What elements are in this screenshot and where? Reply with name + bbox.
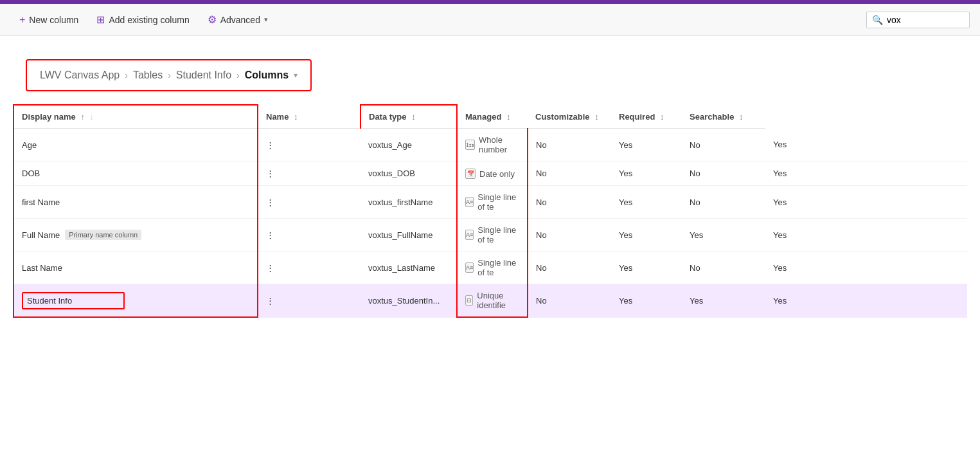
col-header-display-name[interactable]: Display name ↑ ↓ — [13, 105, 258, 129]
primary-name-badge: Primary name column — [65, 230, 141, 240]
data-type-text: Date only — [479, 169, 515, 179]
table-body: Age⋮voxtus_Age1₂₃Whole numberNoYesNoYesD… — [13, 129, 967, 318]
searchable-cell: Yes — [765, 186, 967, 219]
data-type-cell: A≡Single line of te — [457, 252, 528, 284]
col-header-managed[interactable]: Managed ↕ — [457, 105, 528, 129]
sliders-icon: ⚙ — [208, 14, 217, 26]
managed-cell: No — [528, 161, 611, 186]
datatype-sort-icon: ↕ — [411, 112, 416, 122]
student-info-box: Student Info — [22, 292, 125, 309]
col-header-customizable[interactable]: Customizable ↕ — [528, 105, 611, 129]
data-type-icon: A≡ — [465, 230, 474, 240]
add-existing-label: Add existing column — [109, 15, 189, 25]
data-type-icon: 📅 — [465, 169, 476, 179]
new-column-button[interactable]: + New column — [10, 9, 87, 31]
data-type-text: Single line of te — [477, 192, 519, 212]
required-sort-icon: ↕ — [660, 112, 664, 122]
display-name-text: Full Name — [22, 230, 60, 240]
column-name-cell: voxtus_DOB — [361, 161, 457, 186]
breadcrumb-columns: Columns — [245, 69, 289, 81]
search-input[interactable] — [887, 15, 964, 25]
managed-sort-icon: ↕ — [506, 112, 511, 122]
advanced-button[interactable]: ⚙ Advanced ▾ — [199, 8, 277, 31]
search-box: 🔍 — [866, 12, 970, 28]
required-cell: No — [682, 161, 765, 186]
managed-cell: No — [528, 129, 611, 161]
breadcrumb-app[interactable]: LWV Canvas App — [40, 69, 120, 81]
col-header-searchable[interactable]: Searchable ↕ — [682, 105, 765, 129]
toolbar-right: 🔍 — [866, 12, 970, 28]
required-cell: Yes — [682, 284, 765, 318]
row-menu-dots[interactable]: ⋮ — [258, 284, 361, 318]
row-menu-dots[interactable]: ⋮ — [258, 186, 361, 219]
searchable-cell: Yes — [765, 284, 967, 318]
data-type-cell: A≡Single line of te — [457, 219, 528, 252]
searchable-cell: Yes — [765, 129, 967, 161]
row-menu-dots[interactable]: ⋮ — [258, 161, 361, 186]
sort-desc-icon: ↓ — [90, 112, 94, 122]
advanced-chevron-icon: ▾ — [264, 15, 268, 24]
add-existing-icon: ⊞ — [96, 14, 105, 26]
col-header-data-type[interactable]: Data type ↕ — [361, 105, 457, 129]
toolbar-left: + New column ⊞ Add existing column ⚙ Adv… — [10, 8, 277, 31]
customizable-sort-icon: ↕ — [594, 112, 599, 122]
required-cell: No — [682, 129, 765, 161]
data-type-text: Whole number — [479, 135, 519, 154]
data-type-text: Single line of te — [477, 258, 519, 277]
table-header: Display name ↑ ↓ Name ↕ Data type ↕ Mana… — [13, 105, 967, 129]
row-menu-dots[interactable]: ⋮ — [258, 219, 361, 252]
required-cell: Yes — [682, 219, 765, 252]
column-name-cell: voxtus_Age — [361, 129, 457, 161]
column-name-cell: voxtus_StudentIn... — [361, 284, 457, 318]
column-name-cell: voxtus_LastName — [361, 252, 457, 284]
required-cell: No — [682, 252, 765, 284]
header-row: Display name ↑ ↓ Name ↕ Data type ↕ Mana… — [13, 105, 967, 129]
customizable-cell: Yes — [611, 186, 682, 219]
data-type-cell: A≡Single line of te — [457, 186, 528, 219]
display-name-text: Age — [22, 140, 37, 150]
data-type-text: Unique identifie — [477, 291, 519, 310]
customizable-cell: Yes — [611, 161, 682, 186]
display-name-cell: Student Info — [13, 284, 258, 318]
display-name-text: Last Name — [22, 263, 62, 273]
data-type-text: Single line of te — [477, 225, 519, 244]
columns-table: Display name ↑ ↓ Name ↕ Data type ↕ Mana… — [13, 104, 967, 318]
managed-cell: No — [528, 284, 611, 318]
customizable-cell: Yes — [611, 284, 682, 318]
searchable-sort-icon: ↕ — [739, 112, 744, 122]
searchable-cell: Yes — [765, 252, 967, 284]
managed-cell: No — [528, 252, 611, 284]
table-row: first Name⋮voxtus_firstNameA≡Single line… — [13, 186, 967, 219]
breadcrumb-student-info[interactable]: Student Info — [176, 69, 231, 81]
data-type-cell: 1₂₃Whole number — [457, 129, 528, 161]
data-type-icon: A≡ — [465, 197, 474, 207]
display-name-text: DOB — [22, 169, 40, 178]
display-name-cell: Full NamePrimary name column — [13, 219, 258, 252]
data-type-cell: 📅Date only — [457, 161, 528, 186]
breadcrumb-sep-2: › — [168, 70, 171, 80]
customizable-cell: Yes — [611, 129, 682, 161]
table-row: Full NamePrimary name column⋮voxtus_Full… — [13, 219, 967, 252]
col-header-required[interactable]: Required ↕ — [611, 105, 682, 129]
managed-cell: No — [528, 186, 611, 219]
breadcrumb-columns-chevron[interactable]: ▾ — [294, 71, 298, 80]
breadcrumb-tables[interactable]: Tables — [133, 69, 163, 81]
column-name-cell: voxtus_FullName — [361, 219, 457, 252]
breadcrumb-sep-1: › — [125, 70, 128, 80]
add-existing-column-button[interactable]: ⊞ Add existing column — [87, 8, 198, 31]
display-name-cell: Age — [13, 129, 258, 161]
sort-asc-icon: ↑ — [80, 112, 85, 122]
col-header-name[interactable]: Name ↕ — [258, 105, 361, 129]
managed-cell: No — [528, 219, 611, 252]
row-menu-dots[interactable]: ⋮ — [258, 129, 361, 161]
new-column-label: New column — [29, 15, 78, 25]
row-menu-dots[interactable]: ⋮ — [258, 252, 361, 284]
table-row: Age⋮voxtus_Age1₂₃Whole numberNoYesNoYes — [13, 129, 967, 161]
data-type-icon: ⊡ — [465, 295, 473, 306]
plus-icon: + — [19, 14, 25, 26]
display-name-cell: Last Name — [13, 252, 258, 284]
search-icon: 🔍 — [872, 15, 883, 25]
breadcrumb-sep-3: › — [236, 70, 240, 80]
table-row: Student Info⋮voxtus_StudentIn...⊡Unique … — [13, 284, 967, 318]
name-sort-icon: ↕ — [294, 112, 298, 122]
